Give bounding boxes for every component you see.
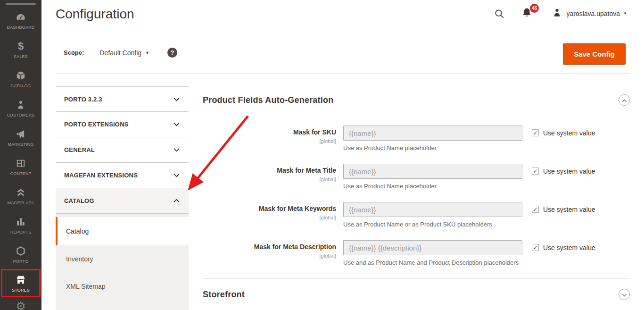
notification-count-badge: 45 bbox=[530, 4, 539, 13]
field-scope-label: [global] bbox=[320, 215, 336, 220]
use-system-value-checkbox[interactable]: ✓ bbox=[532, 129, 539, 136]
double-chevron-up-icon bbox=[15, 187, 26, 198]
person-icon bbox=[15, 99, 26, 110]
search-icon[interactable] bbox=[494, 8, 504, 19]
sidebar-nav: DASHBOARD $ SALES CATALOG CUSTOMERS MARK… bbox=[0, 6, 41, 297]
sidebar-item-marketing[interactable]: MARKETING bbox=[0, 123, 41, 152]
admin-sidebar: DASHBOARD $ SALES CATALOG CUSTOMERS MARK… bbox=[0, 0, 41, 310]
config-section-nav: PORTO 3.2.3 PORTO EXTENSIONS GENERAL MAG… bbox=[56, 86, 189, 310]
scope-toolbar: Scope: Default Config ▼ ? bbox=[64, 48, 177, 58]
scope-label: Scope: bbox=[64, 49, 84, 56]
sidebar-item-dashboard[interactable]: DASHBOARD bbox=[0, 6, 41, 35]
storefront-icon bbox=[15, 274, 26, 285]
config-field-mask-for-meta-keywords: Mask for Meta Keywords [global] Use as P… bbox=[203, 202, 630, 228]
field-label: Mask for SKU bbox=[203, 128, 336, 136]
field-input[interactable] bbox=[343, 240, 522, 255]
chevron-down-icon bbox=[173, 148, 180, 152]
fields-list: Mask for SKU [global] Use as Product Nam… bbox=[203, 126, 630, 266]
chevron-down-icon bbox=[173, 173, 180, 177]
chevron-up-icon bbox=[173, 199, 180, 203]
sidebar-item-mageplaza[interactable]: MAGEPLAZA bbox=[0, 181, 41, 210]
chevron-down-icon bbox=[622, 290, 627, 299]
hexagon-icon bbox=[15, 245, 26, 257]
use-system-value-label: Use system value bbox=[543, 168, 595, 175]
section-header: Product Fields Auto-Generation bbox=[203, 94, 630, 106]
field-input[interactable] bbox=[343, 126, 522, 141]
page-title: Configuration bbox=[56, 7, 134, 22]
use-system-value-label: Use system value bbox=[543, 206, 595, 213]
field-note: Use as Product Name placeholder bbox=[343, 183, 522, 190]
field-label: Mask for Meta Description bbox=[203, 243, 336, 251]
config-section-magefan-extensions[interactable]: MAGEFAN EXTENSIONS bbox=[56, 163, 189, 188]
field-scope-label: [global] bbox=[320, 176, 336, 182]
accordion-list: PORTO 3.2.3 PORTO EXTENSIONS GENERAL MAG… bbox=[56, 86, 189, 214]
use-system-value-checkbox[interactable]: ✓ bbox=[532, 244, 539, 251]
field-note: Use and as Product Name and Product Desc… bbox=[343, 259, 522, 266]
dollar-icon: $ bbox=[15, 41, 26, 52]
use-system-value-label: Use system value bbox=[543, 244, 595, 251]
sidebar-item-content[interactable]: CONTENT bbox=[0, 152, 41, 181]
layout-icon bbox=[15, 158, 26, 169]
header-actions: 45 yaroslava.upatova ▼ bbox=[494, 7, 627, 20]
use-system-value-checkbox[interactable]: ✓ bbox=[532, 168, 539, 175]
scope-value: Default Config bbox=[99, 49, 141, 57]
section-header: Storefront bbox=[203, 289, 630, 300]
sidebar-item-system[interactable]: ⚙ bbox=[0, 298, 41, 310]
config-section-catalog[interactable]: CATALOG bbox=[56, 188, 189, 214]
expand-section-button[interactable] bbox=[619, 289, 630, 300]
config-field-mask-for-meta-title: Mask for Meta Title [global] Use as Prod… bbox=[203, 164, 630, 190]
field-input[interactable] bbox=[343, 164, 522, 179]
person-icon bbox=[552, 8, 562, 19]
sidebar-item-sales[interactable]: $ SALES bbox=[0, 35, 41, 64]
section-divider bbox=[203, 278, 630, 279]
config-field-mask-for-meta-description: Mask for Meta Description [global] Use a… bbox=[203, 240, 630, 266]
chevron-down-icon bbox=[173, 122, 180, 126]
sidebar-item-reports[interactable]: REPORTS bbox=[0, 210, 41, 240]
chevron-up-icon bbox=[622, 96, 627, 104]
config-subsection-catalog[interactable]: Catalog bbox=[56, 217, 189, 245]
box-icon bbox=[15, 70, 26, 81]
field-label: Mask for Meta Keywords bbox=[203, 205, 336, 213]
field-note: Use as Product Name or as Product SKU pl… bbox=[343, 221, 522, 228]
sidebar-item-stores[interactable]: STORES bbox=[1, 269, 41, 297]
field-scope-label: [global] bbox=[320, 253, 336, 259]
section-title: Storefront bbox=[203, 290, 245, 300]
sidebar-item-porto[interactable]: PORTO bbox=[0, 240, 41, 269]
bar-chart-icon bbox=[15, 216, 26, 227]
bell-icon bbox=[521, 11, 532, 19]
dashboard-gauge-icon bbox=[15, 11, 26, 23]
sidebar-item-catalog[interactable]: CATALOG bbox=[0, 64, 41, 93]
sidebar-item-customers[interactable]: CUSTOMERS bbox=[0, 93, 41, 123]
logo-divider bbox=[6, 3, 36, 5]
scope-switcher[interactable]: Default Config ▼ bbox=[99, 49, 149, 57]
notifications-bell[interactable]: 45 bbox=[521, 7, 532, 20]
config-subsection-inventory[interactable]: Inventory bbox=[56, 245, 189, 273]
use-system-value-checkbox[interactable]: ✓ bbox=[532, 206, 539, 213]
config-form: Product Fields Auto-Generation Mask for … bbox=[203, 94, 630, 300]
chevron-down-icon bbox=[173, 97, 180, 101]
config-section-porto-3-2-3[interactable]: PORTO 3.2.3 bbox=[56, 86, 189, 112]
field-label: Mask for Meta Title bbox=[203, 167, 336, 175]
config-subsection-xml-sitemap[interactable]: XML Sitemap bbox=[56, 273, 189, 300]
catalog-subsection-panel: Catalog Inventory XML Sitemap bbox=[56, 214, 189, 310]
gear-icon: ⚙ bbox=[16, 300, 26, 310]
save-config-button[interactable]: Save Config bbox=[563, 43, 626, 65]
config-section-general[interactable]: GENERAL bbox=[56, 137, 189, 163]
collapse-section-button[interactable] bbox=[619, 94, 630, 106]
field-note: Use as Product Name placeholder bbox=[343, 144, 522, 151]
megaphone-icon bbox=[15, 128, 26, 140]
field-input[interactable] bbox=[343, 202, 522, 217]
config-section-porto-extensions[interactable]: PORTO EXTENSIONS bbox=[56, 112, 189, 137]
config-field-mask-for-sku: Mask for SKU [global] Use as Product Nam… bbox=[203, 126, 630, 151]
section-title: Product Fields Auto-Generation bbox=[203, 95, 333, 105]
toolbar-divider bbox=[56, 73, 630, 74]
field-scope-label: [global] bbox=[320, 138, 336, 144]
help-icon[interactable]: ? bbox=[167, 48, 177, 58]
username: yaroslava.upatova bbox=[566, 10, 620, 17]
account-menu[interactable]: yaroslava.upatova ▼ bbox=[552, 8, 627, 19]
caret-down-icon: ▼ bbox=[145, 50, 149, 55]
caret-down-icon: ▼ bbox=[623, 11, 627, 16]
use-system-value-label: Use system value bbox=[543, 129, 595, 137]
